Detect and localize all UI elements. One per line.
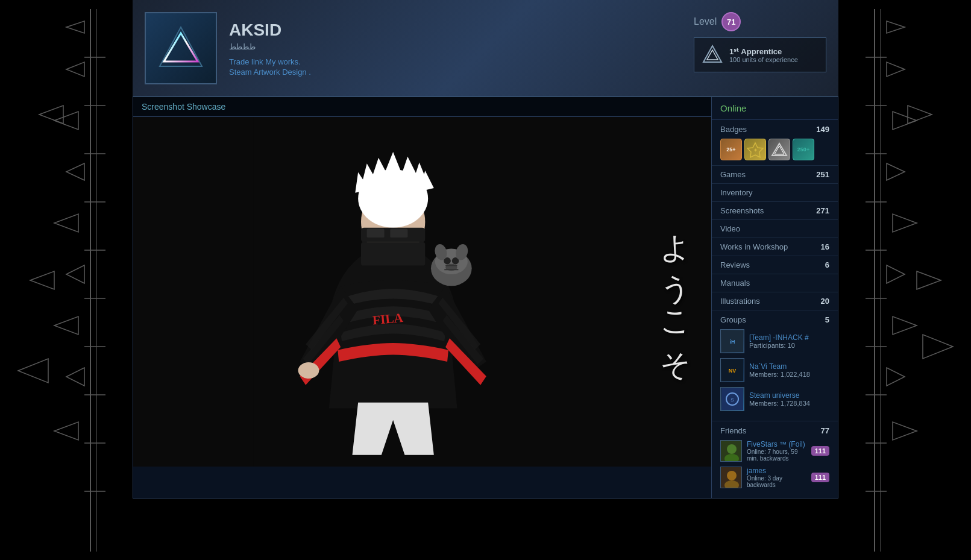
friend-status-1: Online: 3 day backwards	[747, 475, 806, 488]
friend-avatar-1	[720, 467, 742, 488]
inventory-label: Inventory	[720, 188, 752, 197]
group-item-steam[interactable]: S Steam universe Members: 1,728,834	[720, 387, 829, 411]
illustrations-label: Illustrations	[720, 297, 760, 306]
svg-marker-17	[66, 265, 84, 283]
svg-marker-14	[54, 112, 78, 130]
online-status: Online	[712, 97, 838, 120]
level-section: Level 71 1ˢᵗ Apprentice 100 units of exp…	[694, 12, 826, 72]
workshop-count: 16	[821, 242, 829, 251]
group-item-inhack[interactable]: iH [Team] -INHACK # Participants: 10	[720, 329, 829, 353]
groups-count: 5	[825, 315, 829, 324]
svg-marker-46	[917, 271, 941, 289]
showcase-title: Screenshot Showcase	[133, 97, 711, 117]
reviews-count: 6	[825, 260, 829, 269]
friends-label: Friends	[720, 426, 746, 435]
badges-count: 149	[816, 125, 829, 134]
svg-marker-38	[893, 112, 917, 130]
profile-header: AKSID ظظظظ Trade link My works. Steam Ar…	[133, 0, 838, 97]
svg-text:FILA: FILA	[372, 310, 404, 327]
svg-marker-18	[54, 316, 78, 335]
screenshots-count: 271	[816, 206, 829, 215]
avatar	[145, 12, 217, 84]
illustrations-count: 20	[821, 297, 829, 306]
svg-marker-47	[923, 335, 953, 359]
svg-marker-12	[66, 21, 84, 33]
svg-marker-15	[66, 163, 84, 180]
main-content: AKSID ظظظظ Trade link My works. Steam Ar…	[133, 0, 838, 560]
friend-info-0: FiveStars ™ (Foil) Online: 7 hours, 59 m…	[747, 440, 806, 462]
screenshots-label: Screenshots	[720, 206, 764, 215]
workshop-row[interactable]: Works in Workshop 16	[712, 238, 838, 256]
svg-text:✦: ✦	[753, 148, 758, 153]
svg-marker-49	[164, 33, 198, 61]
svg-marker-20	[54, 422, 78, 440]
badges-header: Badges 149	[720, 125, 829, 134]
games-count: 251	[816, 170, 829, 179]
group-avatar-inhack: iH	[720, 329, 744, 353]
manuals-row[interactable]: Manuals	[712, 274, 838, 292]
level-label: Level	[694, 16, 717, 27]
reviews-row[interactable]: Reviews 6	[712, 256, 838, 274]
manuals-label: Manuals	[720, 278, 750, 288]
badge-gold[interactable]: ✦	[744, 139, 766, 160]
level-info: 1ˢᵗ Apprentice 100 units of experience	[729, 47, 798, 63]
svg-rect-67	[390, 229, 407, 238]
right-sidebar: Online Badges 149 25+ ✦	[712, 97, 838, 499]
group-name-steam[interactable]: Steam universe	[749, 391, 829, 400]
svg-marker-45	[908, 105, 932, 124]
level-badge: 71	[721, 12, 741, 31]
badge-icons: 25+ ✦	[720, 139, 829, 160]
video-label: Video	[720, 224, 740, 233]
svg-marker-21	[39, 105, 63, 124]
friend-level-0: 111	[811, 446, 829, 456]
svg-rect-66	[367, 229, 385, 238]
svg-marker-42	[893, 316, 917, 335]
badge-triangle[interactable]	[768, 139, 790, 160]
badges-section[interactable]: Badges 149 25+ ✦	[712, 120, 838, 166]
illustrations-row[interactable]: Illustrations 20	[712, 292, 838, 310]
screenshots-row[interactable]: Screenshots 271	[712, 202, 838, 220]
badges-label: Badges	[720, 125, 747, 134]
svg-point-91	[727, 444, 737, 454]
svg-rect-65	[361, 242, 425, 266]
border-right-decor	[850, 0, 971, 560]
group-item-navi[interactable]: NV Na`Vi Team Members: 1,022,418	[720, 358, 829, 382]
svg-marker-39	[887, 163, 905, 180]
svg-marker-16	[54, 214, 78, 232]
games-label: Games	[720, 170, 746, 179]
groups-label: Groups	[720, 315, 746, 324]
friend-name-1[interactable]: james	[747, 467, 806, 475]
level-desc: 100 units of experience	[729, 56, 798, 63]
group-members-navi: Members: 1,022,418	[749, 371, 829, 378]
friend-item-1[interactable]: james Online: 3 day backwards 111	[720, 467, 829, 488]
friend-info-1: james Online: 3 day backwards	[747, 467, 806, 488]
svg-text:iH: iH	[730, 339, 735, 345]
level-card: 1ˢᵗ Apprentice 100 units of experience	[694, 37, 826, 72]
svg-point-68	[298, 362, 319, 379]
friends-section: Friends 77 FiveStars ™ (Foil)	[712, 421, 838, 498]
group-avatar-steam: S	[720, 387, 744, 411]
reviews-label: Reviews	[720, 260, 750, 269]
games-row[interactable]: Games 251	[712, 166, 838, 184]
groups-section: Groups 5 iH [Team] -INHACK # Partic	[712, 310, 838, 421]
level-header: Level 71	[694, 12, 826, 31]
badge-bronze[interactable]: 25+	[720, 139, 742, 160]
svg-point-94	[727, 471, 737, 480]
group-info-steam: Steam universe Members: 1,728,834	[749, 391, 829, 407]
page-wrapper: AKSID ظظظظ Trade link My works. Steam Ar…	[0, 0, 971, 560]
video-row[interactable]: Video	[712, 220, 838, 238]
friend-item-0[interactable]: FiveStars ™ (Foil) Online: 7 hours, 59 m…	[720, 440, 829, 462]
svg-marker-22	[30, 271, 54, 289]
jp-text: ようこそ	[656, 213, 696, 370]
inventory-row[interactable]: Inventory	[712, 184, 838, 202]
group-name-navi[interactable]: Na`Vi Team	[749, 362, 829, 371]
border-left-decor	[0, 0, 121, 560]
svg-marker-40	[893, 214, 917, 232]
svg-marker-41	[887, 265, 905, 283]
showcase-image: FILA ようこそ	[133, 117, 711, 467]
group-name-inhack[interactable]: [Team] -INHACK #	[749, 333, 829, 342]
svg-marker-13	[66, 62, 84, 77]
badge-teal[interactable]: 250+	[793, 139, 814, 160]
group-members-steam: Members: 1,728,834	[749, 400, 829, 407]
friend-name-0[interactable]: FiveStars ™ (Foil)	[747, 440, 806, 448]
